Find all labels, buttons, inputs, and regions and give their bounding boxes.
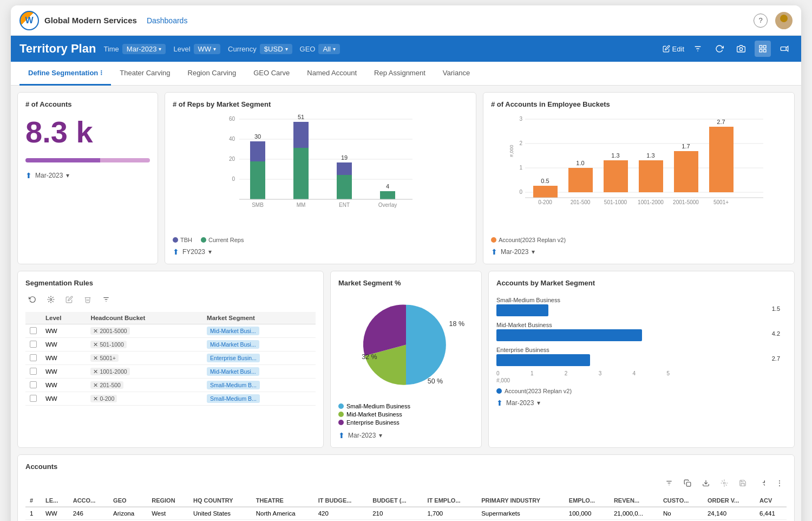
- table-row[interactable]: WW ✕5001+ Enterprise Busin...: [25, 351, 316, 365]
- seg-toolbar-icon-2[interactable]: [44, 292, 58, 307]
- cell-segment: Small-Medium B...: [202, 392, 316, 406]
- tab-bar: Define Segmentation ⁝ Theater Carving Re…: [11, 62, 801, 86]
- table-settings-icon[interactable]: [717, 476, 731, 490]
- seg-toolbar-icon-3[interactable]: [62, 292, 76, 307]
- seg-rules-table: Level Headcount Bucket Market Segment WW…: [25, 312, 316, 406]
- mid-bar: [496, 329, 642, 341]
- table-row[interactable]: WW ✕1001-2000 Mid-Market Busi...: [25, 365, 316, 379]
- table-row[interactable]: WW ✕201-500 Small-Medium B...: [25, 379, 316, 392]
- tab-geo-carve[interactable]: GEO Carve: [245, 62, 298, 86]
- cell-15: 6,441: [755, 507, 787, 520]
- tab-region-carving[interactable]: Region Carving: [179, 62, 245, 86]
- accounts-table-card: Accounts ⋮: [17, 454, 795, 521]
- tab-named-account[interactable]: Named Account: [298, 62, 365, 86]
- cell-4: West: [147, 507, 189, 520]
- row-checkbox[interactable]: [30, 395, 37, 402]
- col-primary-industry: PRIMARY INDUSTRY: [477, 494, 565, 507]
- table-row[interactable]: 1WW246ArizonaWestUnited StatesNorth Amer…: [25, 507, 787, 520]
- logo-area: W Global Modern Services Dashboards: [19, 11, 187, 30]
- refresh-icon-btn[interactable]: [711, 41, 728, 57]
- table-save-icon[interactable]: [736, 476, 750, 490]
- camera-icon-btn[interactable]: [733, 41, 749, 57]
- market-segment-footer[interactable]: ⬆ Mar-2023 ▾: [338, 431, 474, 440]
- tab-dots: ⁝: [100, 69, 102, 77]
- table-row[interactable]: WW ✕0-200 Small-Medium B...: [25, 392, 316, 406]
- accounts-footer[interactable]: ⬆ Mar-2023 ▾: [25, 171, 150, 180]
- row-checkbox[interactable]: [30, 341, 37, 348]
- seg-toolbar-icon-5[interactable]: [99, 292, 113, 307]
- accounts-market-card: Accounts by Market Segment Small-Medium …: [488, 271, 795, 448]
- table-row[interactable]: WW ✕501-1000 Mid-Market Busi...: [25, 338, 316, 351]
- svg-text:2001-5000: 2001-5000: [673, 199, 699, 205]
- svg-text:51: 51: [298, 114, 304, 120]
- accounts-card: # of Accounts 8.3 k ⬆ Mar-2023 ▾: [17, 92, 158, 264]
- level-value-selector[interactable]: WW ▾: [194, 44, 221, 54]
- col-theatre: THEATRE: [252, 494, 314, 507]
- currency-value-selector[interactable]: $USD ▾: [260, 44, 292, 54]
- tab-define-segmentation[interactable]: Define Segmentation ⁝: [19, 62, 111, 86]
- edit-button[interactable]: Edit: [663, 45, 684, 53]
- svg-text:60: 60: [229, 116, 235, 122]
- time-value-selector[interactable]: Mar-2023 ▾: [122, 44, 166, 54]
- svg-point-77: [723, 482, 725, 484]
- filter-icon-btn[interactable]: [690, 41, 706, 57]
- svg-point-1: [777, 23, 790, 29]
- geo-value-selector[interactable]: All ▾: [318, 44, 339, 54]
- cell-level: WW: [41, 324, 86, 338]
- table-refresh-icon[interactable]: [754, 476, 768, 490]
- svg-text:50 %: 50 %: [428, 377, 443, 385]
- svg-rect-10: [781, 47, 786, 51]
- reps-chart-card: # of Reps by Market Segment 60 40 20 0: [165, 92, 476, 264]
- smb-bar: [496, 304, 548, 316]
- table-copy-icon[interactable]: [680, 476, 695, 490]
- grid-icon-btn[interactable]: [755, 41, 771, 57]
- col-region: REGION: [147, 494, 189, 507]
- svg-text:Overlay: Overlay: [378, 202, 397, 208]
- cell-segment: Mid-Market Busi...: [202, 365, 316, 379]
- reps-footer[interactable]: ⬆ FY2023 ▾: [173, 248, 468, 256]
- svg-text:2.7: 2.7: [717, 119, 725, 125]
- accounts-market-footer[interactable]: ⬆ Mar-2023 ▾: [496, 399, 787, 407]
- seg-toolbar-icon-1[interactable]: [25, 292, 40, 307]
- buckets-footer[interactable]: ⬆ Mar-2023 ▾: [491, 248, 787, 256]
- table-export-icon[interactable]: [699, 476, 713, 490]
- svg-text:2: 2: [519, 140, 522, 146]
- table-more-icon[interactable]: ⋮: [772, 476, 787, 490]
- user-avatar[interactable]: [775, 12, 793, 29]
- tab-theater-carving[interactable]: Theater Carving: [111, 62, 179, 86]
- svg-text:MM: MM: [297, 202, 306, 208]
- svg-point-0: [780, 15, 788, 22]
- tab-variance[interactable]: Variance: [434, 62, 479, 86]
- svg-rect-30: [380, 191, 395, 199]
- cell-6: North America: [252, 507, 314, 520]
- mid-label: Mid-Market Business: [496, 322, 787, 328]
- time-filter: Time Mar-2023 ▾: [103, 44, 166, 54]
- row-checkbox[interactable]: [30, 368, 37, 375]
- help-icon[interactable]: ?: [754, 14, 768, 28]
- col-level: Level: [41, 312, 86, 324]
- row-checkbox[interactable]: [30, 354, 37, 361]
- svg-rect-52: [639, 160, 663, 192]
- seg-toolbar-icon-4[interactable]: [81, 292, 95, 307]
- svg-text:40: 40: [229, 136, 235, 142]
- col-headcount: Headcount Bucket: [86, 312, 202, 324]
- svg-rect-6: [759, 45, 762, 48]
- video-icon-btn[interactable]: [776, 41, 793, 57]
- table-row[interactable]: WW ✕2001-5000 Mid-Market Busi...: [25, 324, 316, 338]
- svg-text:1.7: 1.7: [682, 143, 690, 149]
- table-filter-icon[interactable]: [662, 476, 676, 490]
- cell-9: 1,700: [423, 507, 477, 520]
- svg-point-5: [739, 48, 742, 50]
- cell-segment: Mid-Market Busi...: [202, 324, 316, 338]
- table-toolbar: ⋮: [25, 476, 787, 490]
- geo-filter: GEO All ▾: [300, 44, 340, 54]
- header-bar: Territory Plan Time Mar-2023 ▾ Level WW …: [11, 36, 801, 62]
- smb-label: Small-Medium Business: [496, 297, 787, 303]
- row-checkbox[interactable]: [30, 381, 37, 388]
- dashboards-link[interactable]: Dashboards: [147, 16, 188, 25]
- svg-text:1.0: 1.0: [576, 160, 584, 166]
- level-label: Level: [173, 45, 190, 53]
- tab-rep-assignment[interactable]: Rep Assignment: [365, 62, 434, 86]
- buckets-legend: Account(2023 Replan v2): [491, 237, 787, 243]
- row-checkbox[interactable]: [30, 327, 37, 334]
